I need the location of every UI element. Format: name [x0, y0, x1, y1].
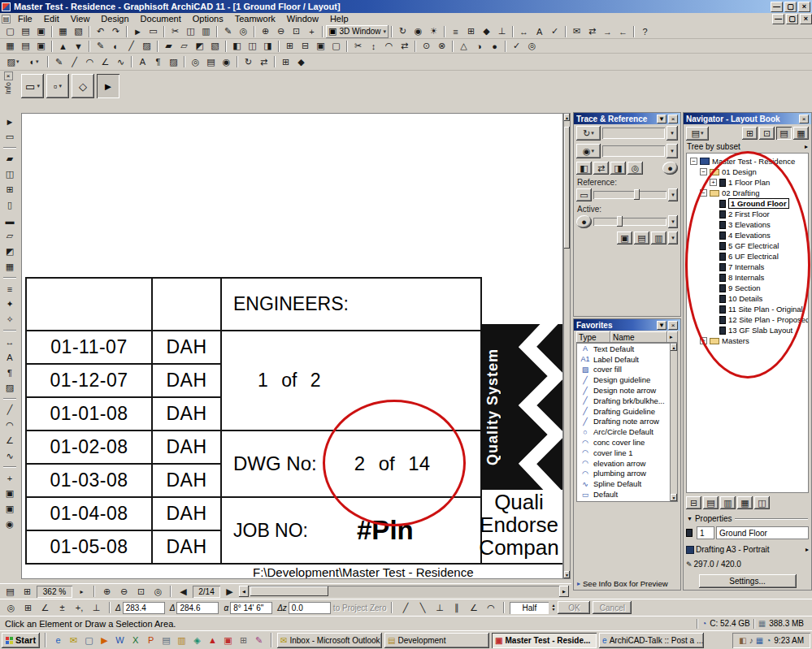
expand-icon[interactable]: + — [710, 179, 717, 186]
text-icon[interactable]: A — [2, 349, 18, 365]
arc-icon[interactable]: ◠ — [2, 418, 18, 433]
collapse-icon[interactable]: − — [700, 168, 707, 175]
taskbar-task[interactable]: eArchiCAD-Talk :: Post a ... — [599, 633, 704, 648]
linetype-icon[interactable]: ╱ — [124, 40, 139, 53]
tree-item[interactable]: 6 UF Electrical — [687, 251, 808, 262]
excel-icon[interactable]: X — [128, 634, 142, 647]
taskbar-task[interactable]: ▣Master Test - Reside... — [492, 633, 597, 648]
previous-zoom-icon[interactable]: ◎ — [150, 585, 166, 598]
active-opacity-slider[interactable] — [593, 218, 667, 226]
menu-view[interactable]: View — [65, 14, 96, 24]
tree-item[interactable]: 13 GF Slab Layout — [687, 325, 808, 335]
tree-item[interactable]: 3 Elevations — [687, 219, 808, 230]
settings-button[interactable]: Settings... — [699, 574, 797, 588]
mesh2-icon[interactable]: ▧ — [207, 40, 223, 53]
xref-icon[interactable]: ⊗ — [434, 40, 449, 53]
scroll-left-icon[interactable]: ◀ — [239, 586, 249, 597]
tree-item[interactable]: 1 Ground Floor — [687, 198, 808, 209]
reference-fill-icon[interactable]: ▭ — [576, 188, 592, 201]
next-layout-icon[interactable]: ▶ — [222, 585, 237, 598]
grid-icon[interactable]: ⊞ — [278, 55, 293, 68]
tracker-field-value[interactable]: 8° 14' 6" — [230, 602, 272, 614]
favorite-item[interactable]: ◠elevation arrow — [577, 458, 670, 469]
minimize-button[interactable]: — — [771, 2, 783, 12]
grid-snap-icon[interactable]: ⊞ — [20, 601, 36, 614]
marquee-button[interactable]: ▭▾ — [21, 74, 44, 98]
close-icon[interactable]: × — [4, 71, 13, 80]
detail-icon[interactable]: ◎ — [188, 55, 203, 68]
close-icon[interactable]: × — [668, 115, 678, 123]
pane-layout-icon[interactable]: ⊞ — [20, 585, 35, 598]
fill-icon[interactable]: ▨ — [2, 380, 18, 396]
camera-icon[interactable]: ◉ — [410, 25, 426, 38]
tree-item[interactable]: 2 First Floor — [687, 209, 808, 219]
camera-icon[interactable]: ◉ — [2, 517, 18, 532]
north-icon[interactable]: △ — [456, 40, 471, 53]
spline-icon[interactable]: ∿ — [2, 448, 18, 464]
trace-below-icon[interactable]: ◨ — [610, 162, 626, 175]
send-icon[interactable]: → — [600, 25, 615, 38]
save-icon[interactable]: ▣ — [33, 25, 49, 38]
slab2-icon[interactable]: ▱ — [176, 40, 192, 53]
trace-move-icon[interactable]: ◎ — [627, 162, 643, 175]
spline-icon[interactable]: ∿ — [113, 55, 128, 68]
sun-icon[interactable]: ☀ — [426, 25, 441, 38]
tree-item[interactable]: −02 Drafting — [687, 188, 808, 198]
tree-item[interactable]: +Masters — [687, 335, 808, 346]
find2-icon[interactable]: ◎ — [524, 40, 540, 53]
mdi-minimize-button[interactable]: — — [772, 14, 784, 24]
favorites-col-name[interactable]: Name — [610, 331, 667, 343]
trace-swap-icon[interactable]: ⇄ — [593, 162, 609, 175]
marquee-icon[interactable]: ▭ — [2, 129, 18, 145]
zoom-out-icon[interactable]: ⊖ — [116, 585, 132, 598]
close-button[interactable]: × — [798, 2, 810, 12]
story-up-icon[interactable]: ▲ — [55, 40, 71, 53]
cancel-button[interactable]: Cancel — [593, 601, 632, 614]
back-icon[interactable]: ⊟ — [297, 40, 313, 53]
table-icon[interactable]: ▦ — [2, 40, 18, 53]
layout-id-field[interactable]: 1 — [697, 526, 714, 539]
slider-handle[interactable] — [617, 216, 623, 227]
ok-button[interactable]: OK — [558, 601, 590, 614]
favorite-item[interactable]: ▭Default — [577, 489, 670, 500]
figure-icon[interactable]: ▣ — [2, 486, 18, 501]
fill-icon[interactable]: ▨ — [166, 55, 181, 68]
undo-icon[interactable]: ↶ — [93, 25, 108, 38]
chevron-down-icon[interactable]: ▾ — [668, 231, 678, 244]
trace-align-icon[interactable]: ▥ — [651, 231, 667, 244]
paste-icon[interactable]: ▥ — [198, 25, 214, 38]
collapse-icon[interactable]: − — [690, 158, 697, 165]
find-icon[interactable]: ◎ — [236, 25, 251, 38]
receive-icon[interactable]: ← — [615, 25, 631, 38]
scroll-down-icon[interactable]: ▼ — [564, 571, 570, 578]
nav-delete-icon[interactable]: ◫ — [754, 496, 770, 509]
active-fill-icon[interactable]: ● — [576, 215, 592, 228]
worksheet-icon[interactable]: ▤ — [203, 55, 219, 68]
volume-icon[interactable]: ♪ — [749, 636, 753, 645]
quick-options-icon[interactable]: ▤ — [2, 585, 18, 598]
pen-icon[interactable]: ✎ — [220, 25, 236, 38]
menu-teamwork[interactable]: Teamwork — [229, 14, 281, 24]
marquee-icon[interactable]: ▭ — [145, 25, 161, 38]
tracker-field-value[interactable]: 283.4 — [123, 602, 165, 614]
open-icon[interactable]: ▤ — [18, 25, 33, 38]
fillet-icon[interactable]: ◠ — [381, 40, 397, 53]
organizer-icon[interactable]: ⇄ — [256, 55, 271, 68]
chevron-down-icon[interactable]: ▾ — [668, 188, 678, 201]
tree-item[interactable]: −01 Design — [687, 167, 808, 177]
angle-snap-icon[interactable]: ∠ — [37, 601, 53, 614]
menu-design[interactable]: Design — [95, 14, 134, 24]
marquee2-button[interactable]: ▫▾ — [46, 74, 69, 98]
scrollbar-thumb[interactable] — [250, 586, 328, 596]
color-icon[interactable]: ◐ — [108, 40, 124, 53]
favorite-item[interactable]: ∿Spline Default — [577, 478, 670, 489]
dimension-icon[interactable]: ↔ — [516, 25, 532, 38]
chevron-down-icon[interactable]: ▾ — [667, 144, 678, 158]
tree-item[interactable]: 11 Site Plan - Original — [687, 304, 808, 314]
story-down-icon[interactable]: ▼ — [71, 40, 86, 53]
print-icon[interactable]: ▦ — [55, 25, 71, 38]
line-icon[interactable]: ╱ — [2, 402, 18, 418]
maximize-button[interactable]: ▢ — [784, 2, 797, 12]
powerpoint-icon[interactable]: P — [144, 634, 158, 647]
taskbar-task[interactable]: ✉Inbox - Microsoft Outlook — [277, 633, 382, 648]
